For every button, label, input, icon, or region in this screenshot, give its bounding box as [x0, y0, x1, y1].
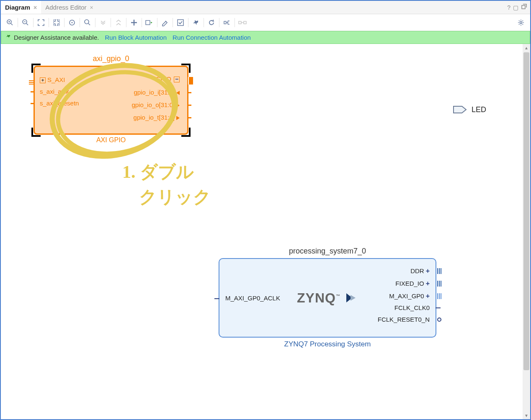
svg-rect-17 — [239, 21, 241, 24]
svg-text:クリック: クリック — [139, 187, 211, 207]
ip-block-axi-gpio[interactable]: axi_gpio_0 +S_AXI s_axi_aclk s_axi_arese… — [34, 54, 188, 144]
ip-instance-name: axi_gpio_0 — [34, 54, 188, 63]
diagram-canvas[interactable]: axi_gpio_0 +S_AXI s_axi_aclk s_axi_arese… — [1, 44, 530, 419]
bus-pin-icon[interactable] — [437, 268, 441, 274]
output-arrow-icon — [176, 103, 180, 108]
tab-bar: Diagram × Address Editor × ? ▢ — [1, 1, 530, 14]
ip-type-label: ZYNQ7 Processing System — [219, 340, 436, 348]
port-s-axi-aresetn[interactable]: s_axi_aresetn — [40, 100, 79, 107]
tab-diagram[interactable]: Diagram × — [1, 1, 41, 14]
expand-icon[interactable]: + — [40, 77, 46, 83]
bus-pin-icon[interactable] — [437, 281, 441, 287]
regenerate-button[interactable] — [206, 17, 217, 28]
port-gpio-header[interactable]: GPIO− — [155, 75, 180, 82]
zoom-out-button[interactable] — [20, 17, 31, 28]
group-button[interactable] — [237, 17, 248, 28]
port-label: LED — [472, 105, 486, 114]
port-m-axi-gp0-aclk[interactable]: M_AXI_GP0_ACLK — [225, 295, 280, 302]
pin-icon[interactable] — [187, 105, 191, 106]
ip-instance-name: processing_system7_0 — [219, 247, 436, 256]
svg-point-10 — [85, 20, 89, 24]
customize-button[interactable] — [159, 17, 171, 28]
port-gpio-io-t[interactable]: gpio_io_t[31:0] — [134, 114, 180, 121]
ip-block-body[interactable]: +S_AXI s_axi_aclk s_axi_aresetn GPIO− gp… — [34, 66, 188, 135]
pin-icon[interactable] — [187, 92, 191, 93]
run-connection-automation-link[interactable]: Run Connection Automation — [173, 34, 251, 41]
pin-icon[interactable] — [436, 307, 441, 308]
selection-bracket-icon — [31, 128, 41, 137]
tab-diagram-label: Diagram — [5, 4, 30, 11]
vertical-scrollbar[interactable]: ▲ ▼ — [523, 44, 530, 419]
tab-address-editor-close-icon[interactable]: × — [90, 4, 93, 11]
zoom-in-button[interactable] — [4, 17, 16, 28]
bus-pin-icon[interactable] — [437, 293, 441, 299]
bus-pin-icon[interactable] — [29, 79, 35, 85]
tab-address-editor-label: Address Editor — [45, 4, 86, 11]
ip-block-zynq[interactable]: processing_system7_0 M_AXI_GP0_ACLK ZYNQ… — [219, 247, 436, 348]
inverted-pin-icon[interactable] — [437, 318, 441, 322]
search-button[interactable] — [82, 17, 93, 28]
svg-line-1 — [11, 23, 13, 25]
expand-button[interactable] — [113, 17, 124, 28]
tabbar-right-controls: ? ▢ — [507, 4, 530, 11]
add-port-button[interactable] — [144, 17, 155, 28]
collapse-button[interactable] — [97, 17, 109, 28]
popout-icon[interactable] — [521, 4, 527, 11]
svg-point-9 — [72, 22, 73, 23]
expand-icon[interactable]: + — [426, 280, 430, 287]
auto-layout-button[interactable] — [221, 17, 233, 28]
selection-bracket-icon — [181, 128, 191, 137]
ip-type-label: AXI GPIO — [34, 136, 188, 144]
input-arrow-icon — [176, 91, 180, 95]
pin-button[interactable] — [190, 17, 202, 28]
svg-line-5 — [26, 23, 28, 25]
add-ip-button[interactable] — [128, 17, 140, 28]
port-fclk-clk0[interactable]: FCLK_CLK0 — [394, 304, 430, 311]
collapse-icon[interactable]: − — [174, 77, 180, 82]
port-gpio-io-o[interactable]: gpio_io_o[31:0] — [131, 101, 180, 108]
port-ddr[interactable]: DDR+ — [410, 267, 430, 275]
diagram-toolbar — [1, 14, 530, 31]
port-fixed-io[interactable]: FIXED_IO+ — [395, 280, 430, 287]
svg-rect-15 — [178, 20, 183, 26]
maximize-icon[interactable]: ▢ — [513, 4, 518, 11]
select-button[interactable] — [66, 17, 78, 28]
validate-button[interactable] — [175, 17, 186, 28]
tab-address-editor[interactable]: Address Editor × — [41, 1, 98, 14]
port-m-axi-gp0[interactable]: M_AXI_GP0+ — [389, 292, 430, 300]
scroll-up-icon[interactable]: ▲ — [523, 44, 530, 51]
scrollbar-thumb[interactable] — [523, 52, 529, 370]
svg-rect-14 — [146, 20, 150, 25]
zynq-logo: ZYNQ™ — [297, 290, 357, 306]
output-arrow-icon — [176, 116, 180, 120]
run-block-automation-link[interactable]: Run Block Automation — [105, 34, 167, 41]
port-s-axi-aclk[interactable]: s_axi_aclk — [40, 88, 69, 95]
bus-pin-icon[interactable] — [188, 77, 193, 85]
tab-diagram-close-icon[interactable]: × — [34, 4, 37, 11]
output-port-icon — [453, 105, 467, 115]
svg-point-20 — [520, 21, 522, 23]
svg-rect-16 — [224, 21, 226, 24]
pin-icon[interactable] — [187, 117, 191, 118]
pin-icon[interactable] — [31, 91, 35, 92]
pin-icon[interactable] — [214, 298, 219, 299]
zoom-fit-button[interactable] — [35, 17, 47, 28]
expand-icon[interactable]: + — [426, 267, 430, 275]
ip-block-body[interactable]: M_AXI_GP0_ACLK ZYNQ™ DDR+ FIXED_IO+ M_AX… — [219, 258, 436, 338]
pin-icon[interactable] — [31, 103, 35, 104]
pin-icon — [5, 34, 11, 41]
diagram-editor-window: Diagram × Address Editor × ? ▢ — [0, 0, 531, 420]
settings-button[interactable] — [515, 17, 527, 28]
assist-text: Designer Assistance available. — [14, 34, 99, 41]
scroll-down-icon[interactable]: ▼ — [523, 412, 530, 419]
zoom-area-button[interactable] — [51, 17, 62, 28]
port-gpio-io-i[interactable]: gpio_io_i[31:0] — [134, 89, 180, 96]
zynq-chevron-icon — [346, 290, 357, 306]
expand-icon[interactable]: + — [426, 292, 430, 300]
port-s-axi[interactable]: +S_AXI — [40, 76, 65, 83]
svg-text:1. ダブル: 1. ダブル — [122, 162, 194, 182]
external-port-led[interactable]: LED — [453, 105, 486, 115]
svg-line-11 — [88, 23, 90, 25]
help-icon[interactable]: ? — [507, 4, 510, 11]
port-fclk-reset0-n[interactable]: FCLK_RESET0_N — [378, 316, 430, 323]
